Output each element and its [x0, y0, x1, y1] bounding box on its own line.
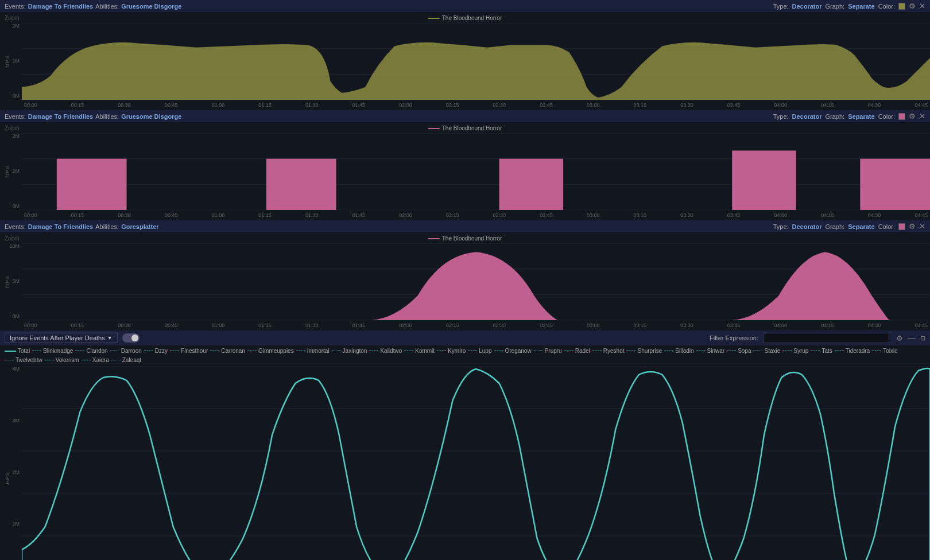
- legend-item-gimmeuppies[interactable]: Gimmeuppies: [247, 348, 294, 354]
- legend-item-twelvebtw[interactable]: Twelvebtw: [5, 357, 42, 363]
- type-val-1[interactable]: Decorator: [792, 3, 822, 10]
- panel1-chart: Zoom The Bloodbound Horror DPS 2M 1M 0M …: [0, 13, 930, 110]
- events-label-2: Events:: [5, 113, 26, 120]
- bottom-panel-header: Ignore Events After Player Deaths ▼ Filt…: [0, 330, 930, 345]
- legend-3: The Bloodbound Horror: [428, 235, 502, 242]
- events-val-2[interactable]: Damage To Friendlies: [28, 113, 94, 120]
- legend-item-kymiro[interactable]: Kymiro: [437, 348, 466, 354]
- legend-item-vokerism[interactable]: Vokerism: [45, 357, 79, 363]
- svg-rect-8: [57, 159, 127, 210]
- legend-item-ryeshot[interactable]: Ryeshot: [592, 348, 625, 354]
- abilities-val-2[interactable]: Gruesome Disgorge: [121, 113, 181, 120]
- panel2-header: Events: Damage To Friendlies Abilities: …: [0, 110, 930, 123]
- abilities-label-3: Abilities:: [95, 223, 119, 230]
- type-val-3[interactable]: Decorator: [792, 223, 822, 230]
- events-label-1: Events:: [5, 3, 26, 10]
- legend-item-oreganow[interactable]: Oreganow: [494, 348, 532, 354]
- events-val-1[interactable]: Damage To Friendlies: [28, 3, 94, 10]
- ignore-events-dropdown[interactable]: Ignore Events After Player Deaths ▼: [5, 333, 118, 343]
- gear-icon-2[interactable]: ⚙: [909, 112, 916, 120]
- x-axis-2: 00:0000:1500:3000:4501:0001:1501:3001:45…: [22, 210, 930, 220]
- minimize-icon[interactable]: —: [908, 333, 916, 343]
- abilities-label-1: Abilities:: [95, 3, 119, 10]
- y-axis-bottom: 4M 3M 2M 1M 0M: [0, 366, 22, 560]
- y-axis-1: 2M 1M 0M: [0, 13, 22, 99]
- legend-item-shurprise[interactable]: Shurprise: [626, 348, 662, 354]
- svg-rect-10: [499, 159, 564, 210]
- legend-1: The Bloodbound Horror: [428, 15, 502, 21]
- graph-val-3[interactable]: Separate: [848, 223, 874, 230]
- graph-val-1[interactable]: Separate: [848, 3, 874, 10]
- gear-icon-3[interactable]: ⚙: [909, 222, 916, 231]
- settings-icon[interactable]: ⚙: [896, 334, 903, 343]
- filter-label: Filter Expression:: [710, 335, 758, 341]
- color-swatch-3[interactable]: [898, 223, 905, 230]
- legend-item-radel[interactable]: Radel: [564, 348, 590, 354]
- panel3-header: Events: Damage To Friendlies Abilities: …: [0, 220, 930, 233]
- expand-icon[interactable]: ⊡: [920, 335, 925, 342]
- graph-label-2: Graph:: [826, 113, 845, 120]
- graph-label-3: Graph:: [826, 223, 845, 230]
- toggle-button[interactable]: [122, 333, 140, 343]
- color-label-1: Color:: [878, 3, 895, 10]
- legend-2: The Bloodbound Horror: [428, 125, 502, 131]
- abilities-label-2: Abilities:: [95, 113, 119, 120]
- svg-rect-12: [860, 159, 930, 210]
- y-axis-2: 2M 1M 0M: [0, 123, 22, 209]
- legend-item-tats[interactable]: Tats: [811, 348, 832, 354]
- legend-item-xaidra[interactable]: Xaidra: [82, 357, 109, 363]
- type-val-2[interactable]: Decorator: [792, 113, 822, 120]
- color-swatch-1[interactable]: [898, 3, 905, 10]
- panel3-chart: Zoom The Bloodbound Horror DPS 10M 5M 0M…: [0, 233, 930, 330]
- type-label-3: Type:: [773, 223, 789, 230]
- legend-item-prupru[interactable]: Prupru: [534, 348, 562, 354]
- legend-item-blinkmadge[interactable]: Blinkmadge: [32, 348, 73, 354]
- legend-item-silladin[interactable]: Silladin: [664, 348, 693, 354]
- type-label-1: Type:: [773, 3, 789, 10]
- legend-item-darroon[interactable]: Darroon: [110, 348, 142, 354]
- legend-item-toixic[interactable]: Toixic: [872, 348, 897, 354]
- x-axis-1: 00:0000:1500:3000:4501:0001:1501:3001:45…: [22, 100, 930, 110]
- legend-item-sinwar[interactable]: Sinwar: [696, 348, 725, 354]
- legend-bar: Total Blinkmadge Clandon Darroon Dzzy Fi…: [0, 345, 930, 366]
- panel2-chart: Zoom The Bloodbound Horror DPS 2M 1M 0M: [0, 123, 930, 220]
- color-label-2: Color:: [878, 113, 895, 120]
- abilities-val-3[interactable]: Goresplatter: [121, 223, 158, 230]
- legend-item-kommit[interactable]: Kommit: [404, 348, 435, 354]
- events-val-3[interactable]: Damage To Friendlies: [28, 223, 94, 230]
- abilities-val-1[interactable]: Gruesome Disgorge: [121, 3, 181, 10]
- legend-item-kalidtwo[interactable]: Kalidtwo: [369, 348, 402, 354]
- graph-val-2[interactable]: Separate: [848, 113, 874, 120]
- y-axis-3: 10M 5M 0M: [0, 233, 22, 319]
- svg-rect-9: [266, 159, 336, 210]
- filter-input[interactable]: [763, 333, 889, 343]
- legend-item-dzzy[interactable]: Dzzy: [144, 348, 168, 354]
- close-icon-3[interactable]: ✕: [919, 222, 925, 231]
- x-axis-3: 00:0000:1500:3000:4501:0001:1501:3001:45…: [22, 320, 930, 330]
- type-label-2: Type:: [773, 113, 789, 120]
- legend-item-total[interactable]: Total: [5, 348, 30, 354]
- legend-item-jaxington[interactable]: Jaxington: [332, 348, 367, 354]
- legend-item-lupp[interactable]: Lupp: [468, 348, 491, 354]
- legend-item-carronan[interactable]: Carronan: [210, 348, 245, 354]
- color-label-3: Color:: [878, 223, 895, 230]
- legend-item-clandon[interactable]: Clandon: [75, 348, 107, 354]
- bottom-chart: HPS 4M 3M 2M 1M 0M 00:0000:1500:3000:450…: [0, 366, 930, 560]
- close-icon-1[interactable]: ✕: [919, 2, 925, 10]
- gear-icon-1[interactable]: ⚙: [909, 2, 916, 10]
- legend-item-sopa[interactable]: Sopa: [727, 348, 751, 354]
- events-label-3: Events:: [5, 223, 26, 230]
- svg-rect-11: [732, 150, 796, 210]
- legend-item-finesthour[interactable]: Finesthour: [170, 348, 208, 354]
- legend-item-immortal[interactable]: Immortal: [296, 348, 330, 354]
- graph-label-1: Graph:: [826, 3, 845, 10]
- legend-item-staxie[interactable]: Staxie: [753, 348, 780, 354]
- legend-item-syrup[interactable]: Syrup: [782, 348, 808, 354]
- panel1-header: Events: Damage To Friendlies Abilities: …: [0, 0, 930, 13]
- color-swatch-2[interactable]: [898, 113, 905, 120]
- legend-item-tideradra[interactable]: Tideradra: [835, 348, 870, 354]
- dropdown-arrow-icon: ▼: [107, 335, 113, 341]
- close-icon-2[interactable]: ✕: [919, 112, 925, 120]
- legend-item-zaleaqt[interactable]: Zaleaqt: [111, 357, 141, 363]
